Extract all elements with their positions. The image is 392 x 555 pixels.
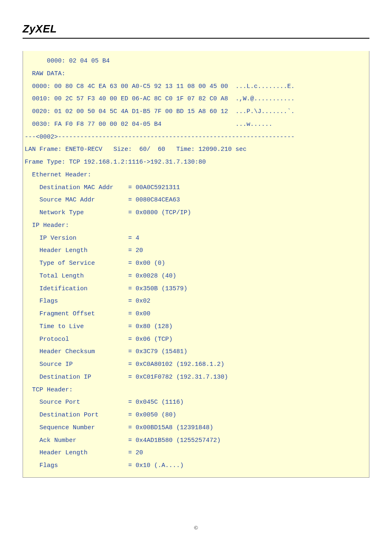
code-line: Time to Live = 0x80 (128)	[25, 321, 367, 333]
code-line: Flags = 0x10 (.A....)	[25, 460, 367, 472]
code-line: ---<0002>-------------------------------…	[25, 131, 367, 144]
code-line: Destination IP = 0xC01F0782 (192.31.7.13…	[25, 371, 367, 384]
header-rule	[23, 38, 369, 39]
code-line: 0020: 01 02 00 50 04 5C 4A D1-B5 7F 00 B…	[25, 106, 367, 118]
code-line: Ack Number = 0x4AD1B580 (1255257472)	[25, 435, 367, 447]
code-line: Flags = 0x02	[25, 295, 367, 308]
code-line: Protocol = 0x06 (TCP)	[25, 333, 367, 346]
code-line: Type of Service = 0x00 (0)	[25, 257, 367, 270]
code-line: TCP Header:	[25, 384, 367, 397]
code-line: IP Version = 4	[25, 232, 367, 245]
code-line: Header Checksum = 0x3C79 (15481)	[25, 346, 367, 358]
code-line: IP Header:	[25, 220, 367, 232]
code-line: Idetification = 0x350B (13579)	[25, 283, 367, 296]
footer-text: ©	[0, 525, 392, 531]
code-line: Destination Port = 0x0050 (80)	[25, 409, 367, 422]
code-line: Ethernet Header:	[25, 169, 367, 182]
code-line: Destination MAC Addr = 00A0C5921311	[25, 182, 367, 194]
page: ZyXEL 0000: 02 04 05 B4 RAW DATA: 0000: …	[0, 0, 392, 555]
page-header: ZyXEL	[0, 0, 392, 39]
code-line: LAN Frame: ENET0-RECV Size: 60/ 60 Time:…	[25, 143, 367, 156]
code-line: Fragment Offset = 0x00	[25, 308, 367, 321]
code-line: Frame Type: TCP 192.168.1.2:1116->192.31…	[25, 156, 367, 169]
code-line: 0000: 00 80 C8 4C EA 63 00 A0-C5 92 13 1…	[25, 81, 367, 93]
code-line: 0030: FA F0 F8 77 00 00 02 04-05 B4 ...w…	[25, 118, 367, 131]
code-line: Header Length = 20	[25, 245, 367, 257]
code-line: Sequence Number = 0x00BD15A8 (12391848)	[25, 422, 367, 435]
code-line: RAW DATA:	[25, 68, 367, 81]
logo-text: ZyXEL	[23, 23, 369, 35]
code-line: Header Length = 20	[25, 447, 367, 460]
code-line: Source IP = 0xC0A80102 (192.168.1.2)	[25, 358, 367, 371]
code-line: 0010: 00 2C 57 F3 40 00 ED 06-AC 8C C0 1…	[25, 93, 367, 106]
code-box: 0000: 02 04 05 B4 RAW DATA: 0000: 00 80 …	[23, 51, 369, 478]
code-line: Source Port = 0x045C (1116)	[25, 396, 367, 409]
code-line: Total Length = 0x0028 (40)	[25, 270, 367, 283]
code-line: Source MAC Addr = 0080C84CEA63	[25, 194, 367, 207]
code-line: Network Type = 0x0800 (TCP/IP)	[25, 207, 367, 220]
code-line: 0000: 02 04 05 B4	[25, 55, 367, 68]
